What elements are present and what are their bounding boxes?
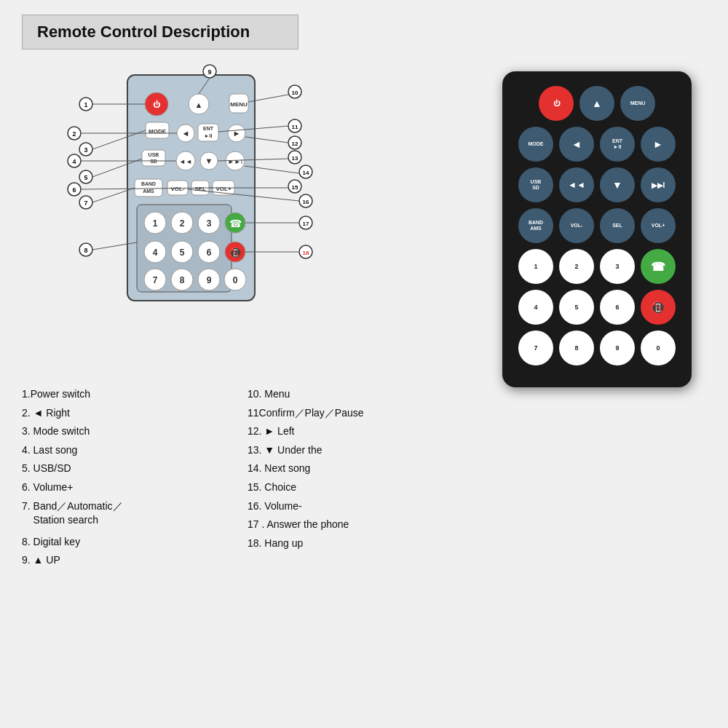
remote-usbsd-btn[interactable]: USBSD <box>518 167 553 202</box>
svg-text:10: 10 <box>292 90 298 96</box>
svg-text:MENU: MENU <box>230 101 248 108</box>
desc-item-17: 17 . Answer the phone <box>248 518 473 532</box>
description-section: 1.Power switch 2. ◄ Right 3. Mode switch… <box>22 387 473 568</box>
svg-text:8: 8 <box>84 247 87 254</box>
remote-btn-4[interactable]: 4 <box>518 290 553 325</box>
right-panel: ⏻ ▲ MENU MODE ◄ ENT►II ► USBSD ◄◄ ▼ ▶▶I <box>488 64 706 713</box>
remote-next-btn[interactable]: ▶▶I <box>641 167 676 202</box>
svg-text:18: 18 <box>303 250 309 256</box>
remote-btn-3[interactable]: 3 <box>600 249 635 284</box>
desc-item-12: 12. ► Left <box>248 424 473 439</box>
desc-item-9: 9. ▲ UP <box>22 553 248 568</box>
svg-text:17: 17 <box>303 221 309 227</box>
remote-row-1: ⏻ ▲ MENU <box>514 86 680 121</box>
remote-row-5: 1 2 3 ☎ <box>514 249 680 284</box>
main-content: ⏻ ▲ MENU MODE ◄ ENT ►II ► <box>22 64 706 713</box>
remote-volplus-btn[interactable]: VOL+ <box>641 208 676 243</box>
svg-text:USB: USB <box>149 152 159 157</box>
left-panel: ⏻ ▲ MENU MODE ◄ ENT ►II ► <box>22 64 473 713</box>
svg-text:16: 16 <box>303 199 309 205</box>
remote-left-btn[interactable]: ◄ <box>559 127 594 162</box>
svg-text:1: 1 <box>153 218 158 229</box>
svg-text:◄: ◄ <box>182 129 190 138</box>
desc-item-15: 15. Choice <box>248 480 473 495</box>
page-container: Remote Control Description ⏻ ▲ <box>0 0 728 728</box>
remote-btn-2[interactable]: 2 <box>559 249 594 284</box>
desc-item-4: 4. Last song <box>22 443 248 458</box>
svg-text:VOL+: VOL+ <box>215 186 231 192</box>
svg-text:4: 4 <box>72 158 76 165</box>
svg-text:0: 0 <box>233 275 238 285</box>
svg-text:▲: ▲ <box>195 100 203 109</box>
desc-item-1: 1.Power switch <box>22 387 248 402</box>
svg-text:AMS: AMS <box>143 189 154 194</box>
remote-numpad: 1 2 3 ☎ 4 5 6 📵 7 8 <box>514 249 680 365</box>
remote-btn-6[interactable]: 6 <box>600 290 635 325</box>
svg-text:◄◄: ◄◄ <box>179 158 192 165</box>
svg-text:5: 5 <box>180 248 185 258</box>
remote-row-2: MODE ◄ ENT►II ► <box>514 127 680 162</box>
svg-text:1: 1 <box>84 101 87 108</box>
diagram-area: ⏻ ▲ MENU MODE ◄ ENT ►II ► <box>22 64 473 380</box>
remote-btn-9[interactable]: 9 <box>600 331 635 365</box>
remote-red-call-btn[interactable]: 📵 <box>641 290 676 325</box>
header-section: Remote Control Description <box>22 15 298 50</box>
svg-text:3: 3 <box>207 218 212 229</box>
svg-text:12: 12 <box>292 141 298 147</box>
remote-btn-1[interactable]: 1 <box>518 249 553 284</box>
svg-text:MODE: MODE <box>149 128 167 135</box>
svg-text:9: 9 <box>207 275 212 285</box>
remote-btn-0[interactable]: 0 <box>641 331 676 365</box>
svg-text:►►I: ►►I <box>228 158 242 165</box>
svg-text:15: 15 <box>292 184 298 191</box>
svg-text:3: 3 <box>84 146 87 154</box>
remote-up-btn[interactable]: ▲ <box>579 86 614 121</box>
svg-text:BAND: BAND <box>141 181 156 186</box>
remote-btn-7[interactable]: 7 <box>518 331 553 365</box>
svg-text:⏻: ⏻ <box>153 100 161 108</box>
desc-item-18: 18. Hang up <box>248 537 473 551</box>
remote-row-6: 4 5 6 📵 <box>514 290 680 325</box>
svg-text:►II: ►II <box>205 133 213 138</box>
svg-text:4: 4 <box>153 248 158 258</box>
remote-btn-8[interactable]: 8 <box>559 331 594 365</box>
svg-text:8: 8 <box>180 275 185 285</box>
remote-btn-5[interactable]: 5 <box>559 290 594 325</box>
desc-item-11: 11Confirm／Play／Pause <box>248 406 473 421</box>
desc-item-6: 6. Volume+ <box>22 480 248 495</box>
svg-text:11: 11 <box>292 124 298 130</box>
svg-text:☎: ☎ <box>229 218 242 229</box>
svg-text:13: 13 <box>292 155 298 162</box>
remote-ent-btn[interactable]: ENT►II <box>600 127 635 162</box>
desc-item-2: 2. ◄ Right <box>22 406 248 421</box>
remote-menu-btn[interactable]: MENU <box>620 86 655 121</box>
remote-mode-btn[interactable]: MODE <box>518 127 553 162</box>
desc-item-3: 3. Mode switch <box>22 424 248 439</box>
desc-left-col: 1.Power switch 2. ◄ Right 3. Mode switch… <box>22 387 248 568</box>
remote-band-btn[interactable]: BANDAMS <box>518 208 553 243</box>
desc-item-14: 14. Next song <box>248 462 473 476</box>
svg-text:ENT: ENT <box>203 126 214 131</box>
desc-item-8: 8. Digital key <box>22 535 248 550</box>
svg-text:7: 7 <box>153 275 158 285</box>
svg-text:2: 2 <box>72 130 76 138</box>
remote-row-4: BANDAMS VOL- SEL VOL+ <box>514 208 680 243</box>
svg-text:6: 6 <box>72 186 76 194</box>
svg-text:▼: ▼ <box>205 157 213 165</box>
remote-right-btn[interactable]: ► <box>641 127 676 162</box>
remote-power-btn[interactable]: ⏻ <box>539 86 574 121</box>
remote-sel-btn[interactable]: SEL <box>600 208 635 243</box>
desc-item-5: 5. USB/SD <box>22 462 248 476</box>
svg-text:2: 2 <box>180 218 185 229</box>
svg-text:14: 14 <box>303 170 309 176</box>
svg-text:VOL-: VOL- <box>170 186 184 192</box>
remote-down-btn[interactable]: ▼ <box>600 167 635 202</box>
remote-body: ⏻ ▲ MENU MODE ◄ ENT►II ► USBSD ◄◄ ▼ ▶▶I <box>502 71 692 387</box>
remote-volminus-btn[interactable]: VOL- <box>559 208 594 243</box>
remote-green-call-btn[interactable]: ☎ <box>641 249 676 284</box>
svg-text:6: 6 <box>207 248 212 258</box>
remote-row-7: 7 8 9 0 <box>514 331 680 365</box>
page-title: Remote Control Description <box>37 23 250 41</box>
desc-item-10: 10. Menu <box>248 387 473 402</box>
remote-prev-btn[interactable]: ◄◄ <box>559 167 594 202</box>
